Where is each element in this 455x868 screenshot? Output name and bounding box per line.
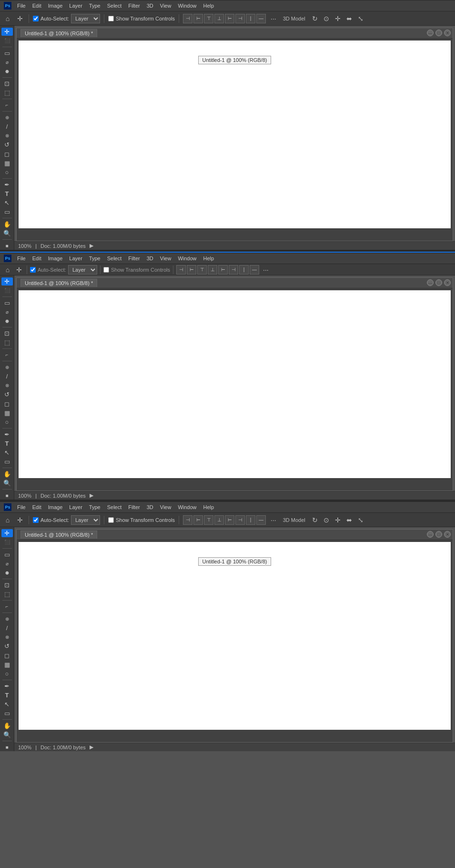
tool-path-select-3[interactable]: ↖: [1, 700, 13, 708]
tool-eyedropper-3[interactable]: ⌐: [1, 602, 13, 611]
tool-quick-select-3[interactable]: ⬣: [1, 569, 13, 577]
rotate-3d-icon-3[interactable]: ↻: [310, 515, 320, 525]
menu-window-1[interactable]: Window: [175, 2, 199, 10]
canvas-tab-2[interactable]: Untitled-1 @ 100% (RGB/8) *: [20, 279, 97, 287]
menu-3d-1[interactable]: 3D: [144, 2, 156, 10]
align-bottom[interactable]: ⊣: [235, 14, 245, 23]
home-icon-3[interactable]: ⌂: [3, 515, 12, 525]
tool-history-brush[interactable]: ↺: [1, 141, 13, 149]
transform-checkbox-3[interactable]: [108, 517, 114, 523]
menu-image-3[interactable]: Image: [45, 503, 66, 511]
tool-zoom-3[interactable]: 🔍: [1, 731, 13, 739]
move-icon[interactable]: ✛: [15, 14, 25, 23]
menu-window-2[interactable]: Window: [175, 255, 199, 262]
tool-pen-3[interactable]: ✒: [1, 682, 13, 690]
slide-icon[interactable]: ⬌: [344, 14, 354, 23]
tool-frame-2[interactable]: ⬚: [1, 338, 13, 347]
transform-checkbox[interactable]: [108, 16, 114, 21]
auto-select-checkbox-3[interactable]: [33, 517, 39, 523]
menu-file-3[interactable]: File: [14, 503, 29, 511]
tool-type-2[interactable]: T: [1, 439, 13, 448]
home-icon-2[interactable]: ⌂: [3, 265, 12, 275]
menu-file-1[interactable]: File: [14, 2, 29, 10]
tool-artboard-2[interactable]: ⬛: [1, 286, 13, 295]
rotate-3d-icon[interactable]: ↻: [310, 14, 320, 23]
menu-help-1[interactable]: Help: [201, 2, 217, 10]
win-minimize-2[interactable]: —: [427, 279, 434, 286]
tool-crop[interactable]: ⊡: [1, 80, 13, 88]
menu-edit-1[interactable]: Edit: [30, 2, 44, 10]
tool-artboard[interactable]: ⬛: [1, 37, 13, 45]
menu-layer-1[interactable]: Layer: [66, 2, 85, 10]
more-options-dots[interactable]: ···: [271, 15, 276, 22]
menu-type-2[interactable]: Type: [86, 255, 103, 262]
menu-filter-1[interactable]: Filter: [125, 2, 142, 10]
tool-zoom[interactable]: 🔍: [1, 229, 13, 237]
status-arrow-1[interactable]: ▶: [90, 243, 93, 249]
dist-v-2[interactable]: —: [250, 265, 259, 275]
menu-select-1[interactable]: Select: [104, 2, 125, 10]
align-right[interactable]: ⊤: [204, 14, 213, 23]
win-minimize-1[interactable]: —: [427, 30, 434, 36]
tool-zoom-2[interactable]: 🔍: [1, 479, 13, 487]
menu-layer-2[interactable]: Layer: [66, 255, 85, 262]
menu-filter-2[interactable]: Filter: [125, 255, 142, 262]
tool-lasso-2[interactable]: ⌀: [1, 308, 13, 316]
menu-help-2[interactable]: Help: [201, 255, 217, 262]
menu-help-3[interactable]: Help: [201, 503, 217, 511]
menu-select-3[interactable]: Select: [104, 503, 125, 511]
align-top-3[interactable]: ⊥: [214, 515, 224, 525]
align-center-h-2[interactable]: ⊢: [187, 265, 196, 275]
status-arrow-3[interactable]: ▶: [90, 744, 93, 750]
tool-crop-2[interactable]: ⊡: [1, 329, 13, 337]
tool-eraser-2[interactable]: ◻: [1, 400, 13, 408]
tool-rect-marquee-2[interactable]: ▭: [1, 299, 13, 307]
canvas-tab-3[interactable]: Untitled-1 @ 100% (RGB/8) *: [20, 531, 97, 539]
move-icon-3[interactable]: ✛: [15, 515, 25, 525]
tool-dodge-3[interactable]: ○: [1, 670, 13, 678]
tool-gradient[interactable]: ▦: [1, 159, 13, 167]
tool-stamp[interactable]: ⊗: [1, 132, 13, 140]
tool-fg-bg-2[interactable]: ■: [1, 491, 13, 500]
menu-edit-3[interactable]: Edit: [30, 503, 44, 511]
canvas-content-3[interactable]: [19, 542, 451, 730]
align-center-v-2[interactable]: ⊢: [218, 265, 228, 275]
tool-path-select-2[interactable]: ↖: [1, 449, 13, 457]
auto-select-checkbox-2[interactable]: [30, 267, 36, 273]
align-center-h-3[interactable]: ⊢: [193, 515, 203, 525]
menu-image-2[interactable]: Image: [45, 255, 66, 262]
tool-shape-2[interactable]: ▭: [1, 458, 13, 466]
orbit-icon[interactable]: ⊙: [322, 14, 331, 23]
tool-shape[interactable]: ▭: [1, 208, 13, 216]
auto-select-checkbox[interactable]: [33, 16, 39, 21]
tool-type-3[interactable]: T: [1, 691, 13, 699]
status-arrow-2[interactable]: ▶: [90, 492, 93, 499]
align-center-v[interactable]: ⊢: [225, 14, 234, 23]
menu-filter-3[interactable]: Filter: [125, 503, 142, 511]
menu-3d-3[interactable]: 3D: [144, 503, 156, 511]
transform-checkbox-2[interactable]: [103, 267, 109, 273]
win-close-2[interactable]: ✕: [444, 279, 451, 286]
menu-view-1[interactable]: View: [157, 2, 174, 10]
menu-file-2[interactable]: File: [14, 255, 29, 262]
slide-icon-3[interactable]: ⬌: [344, 515, 354, 525]
more-options-dots-3[interactable]: ···: [271, 516, 276, 524]
tool-gradient-3[interactable]: ▦: [1, 661, 13, 669]
win-minimize-3[interactable]: —: [427, 531, 434, 538]
scale-icon[interactable]: ⤡: [356, 14, 365, 23]
win-close-3[interactable]: ✕: [444, 531, 451, 538]
canvas-content-2[interactable]: [19, 290, 451, 478]
tool-artboard-3[interactable]: ⬛: [1, 538, 13, 546]
align-left-3[interactable]: ⊣: [183, 515, 192, 525]
tool-history-brush-2[interactable]: ↺: [1, 390, 13, 398]
tool-lasso[interactable]: ⌀: [1, 58, 13, 66]
dist-v-3[interactable]: —: [256, 515, 266, 525]
align-bottom-3[interactable]: ⊣: [235, 515, 245, 525]
dist-v[interactable]: —: [256, 14, 266, 23]
layer-dropdown-2[interactable]: Layer Group: [68, 265, 97, 275]
tool-history-brush-3[interactable]: ↺: [1, 642, 13, 650]
more-options-dots-2[interactable]: ···: [263, 266, 269, 274]
menu-select-2[interactable]: Select: [104, 255, 125, 262]
dist-h-3[interactable]: |: [246, 515, 255, 525]
menu-view-2[interactable]: View: [157, 255, 174, 262]
